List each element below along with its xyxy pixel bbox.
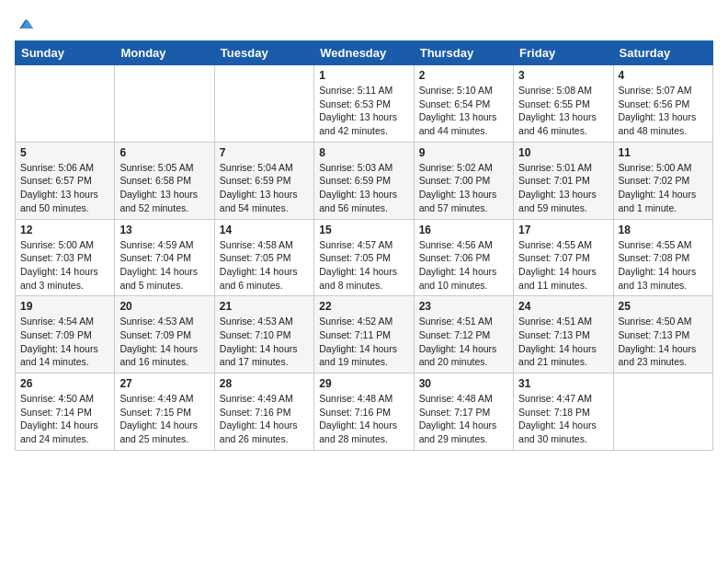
- day-info: Sunrise: 4:51 AM Sunset: 7:12 PM Dayligh…: [419, 315, 508, 369]
- day-info: Sunrise: 4:52 AM Sunset: 7:11 PM Dayligh…: [319, 315, 408, 369]
- day-number: 10: [518, 146, 608, 159]
- calendar-cell: 26Sunrise: 4:50 AM Sunset: 7:14 PM Dayli…: [16, 373, 115, 451]
- day-info: Sunrise: 4:50 AM Sunset: 7:13 PM Dayligh…: [619, 315, 708, 369]
- day-number: 31: [518, 377, 608, 390]
- calendar-header-saturday: Saturday: [613, 41, 712, 65]
- day-info: Sunrise: 4:47 AM Sunset: 7:18 PM Dayligh…: [518, 392, 608, 446]
- day-number: 24: [518, 300, 608, 313]
- calendar-cell: 25Sunrise: 4:50 AM Sunset: 7:13 PM Dayli…: [613, 296, 712, 373]
- day-info: Sunrise: 4:51 AM Sunset: 7:13 PM Dayligh…: [518, 315, 608, 369]
- calendar-cell: 30Sunrise: 4:48 AM Sunset: 7:17 PM Dayli…: [414, 373, 513, 451]
- calendar-week-row: 12Sunrise: 5:00 AM Sunset: 7:03 PM Dayli…: [16, 219, 713, 296]
- day-number: 11: [619, 146, 708, 159]
- day-info: Sunrise: 5:01 AM Sunset: 7:01 PM Dayligh…: [518, 161, 608, 215]
- day-number: 20: [119, 300, 209, 313]
- day-number: 27: [119, 377, 209, 390]
- day-info: Sunrise: 4:58 AM Sunset: 7:05 PM Dayligh…: [220, 238, 309, 293]
- day-info: Sunrise: 5:11 AM Sunset: 6:53 PM Dayligh…: [319, 84, 408, 138]
- day-info: Sunrise: 5:03 AM Sunset: 6:59 PM Dayligh…: [319, 161, 408, 215]
- day-number: 4: [619, 69, 708, 82]
- calendar-cell: 19Sunrise: 4:54 AM Sunset: 7:09 PM Dayli…: [16, 296, 115, 373]
- calendar-header-thursday: Thursday: [414, 41, 513, 65]
- calendar-cell: 4Sunrise: 5:07 AM Sunset: 6:56 PM Daylig…: [613, 65, 712, 143]
- calendar-header-sunday: Sunday: [16, 41, 115, 65]
- day-number: 15: [319, 224, 408, 236]
- calendar-week-row: 19Sunrise: 4:54 AM Sunset: 7:09 PM Dayli…: [16, 296, 713, 373]
- logo: [15, 15, 35, 31]
- page-header: [15, 15, 713, 31]
- calendar-cell: 21Sunrise: 4:53 AM Sunset: 7:10 PM Dayli…: [214, 296, 313, 373]
- calendar-cell: 28Sunrise: 4:49 AM Sunset: 7:16 PM Dayli…: [214, 373, 313, 451]
- day-number: 14: [220, 224, 309, 236]
- calendar-cell: 18Sunrise: 4:55 AM Sunset: 7:08 PM Dayli…: [613, 219, 712, 296]
- day-info: Sunrise: 5:05 AM Sunset: 6:58 PM Dayligh…: [119, 161, 209, 215]
- day-number: 22: [319, 300, 408, 313]
- day-number: 29: [319, 377, 408, 390]
- calendar-cell: 10Sunrise: 5:01 AM Sunset: 7:01 PM Dayli…: [514, 142, 613, 219]
- day-info: Sunrise: 4:55 AM Sunset: 7:08 PM Dayligh…: [619, 238, 708, 293]
- day-info: Sunrise: 4:50 AM Sunset: 7:14 PM Dayligh…: [20, 392, 109, 446]
- calendar-cell: 5Sunrise: 5:06 AM Sunset: 6:57 PM Daylig…: [16, 142, 115, 219]
- day-number: 30: [419, 377, 508, 390]
- calendar-table: SundayMondayTuesdayWednesdayThursdayFrid…: [15, 40, 713, 451]
- day-number: 1: [319, 69, 408, 82]
- day-number: 7: [220, 146, 309, 159]
- calendar-cell: [115, 65, 214, 143]
- logo-icon: [17, 15, 35, 33]
- calendar-header-monday: Monday: [115, 41, 214, 65]
- calendar-cell: 13Sunrise: 4:59 AM Sunset: 7:04 PM Dayli…: [115, 219, 214, 296]
- day-number: 28: [220, 377, 309, 390]
- calendar-cell: 8Sunrise: 5:03 AM Sunset: 6:59 PM Daylig…: [314, 142, 414, 219]
- day-number: 17: [518, 224, 608, 236]
- day-info: Sunrise: 4:49 AM Sunset: 7:16 PM Dayligh…: [220, 392, 309, 446]
- day-number: 13: [119, 224, 209, 236]
- day-info: Sunrise: 4:57 AM Sunset: 7:05 PM Dayligh…: [319, 238, 408, 293]
- day-info: Sunrise: 4:59 AM Sunset: 7:04 PM Dayligh…: [119, 238, 209, 293]
- calendar-header-wednesday: Wednesday: [314, 41, 414, 65]
- calendar-cell: 22Sunrise: 4:52 AM Sunset: 7:11 PM Dayli…: [314, 296, 414, 373]
- calendar-cell: 1Sunrise: 5:11 AM Sunset: 6:53 PM Daylig…: [314, 65, 414, 143]
- calendar-cell: 15Sunrise: 4:57 AM Sunset: 7:05 PM Dayli…: [314, 219, 414, 296]
- calendar-cell: 16Sunrise: 4:56 AM Sunset: 7:06 PM Dayli…: [414, 219, 513, 296]
- day-info: Sunrise: 5:00 AM Sunset: 7:03 PM Dayligh…: [20, 238, 109, 293]
- calendar-cell: 7Sunrise: 5:04 AM Sunset: 6:59 PM Daylig…: [214, 142, 313, 219]
- day-number: 5: [20, 146, 109, 159]
- calendar-cell: 2Sunrise: 5:10 AM Sunset: 6:54 PM Daylig…: [414, 65, 513, 143]
- day-number: 26: [20, 377, 109, 390]
- calendar-week-row: 1Sunrise: 5:11 AM Sunset: 6:53 PM Daylig…: [16, 65, 713, 143]
- day-number: 2: [419, 69, 508, 82]
- day-number: 9: [419, 146, 508, 159]
- calendar-header-row: SundayMondayTuesdayWednesdayThursdayFrid…: [16, 41, 713, 65]
- day-number: 18: [619, 224, 708, 236]
- day-info: Sunrise: 4:53 AM Sunset: 7:09 PM Dayligh…: [119, 315, 209, 369]
- calendar-cell: 27Sunrise: 4:49 AM Sunset: 7:15 PM Dayli…: [115, 373, 214, 451]
- day-number: 12: [20, 224, 109, 236]
- day-number: 6: [119, 146, 209, 159]
- calendar-week-row: 26Sunrise: 4:50 AM Sunset: 7:14 PM Dayli…: [16, 373, 713, 451]
- calendar-cell: 14Sunrise: 4:58 AM Sunset: 7:05 PM Dayli…: [214, 219, 313, 296]
- day-info: Sunrise: 5:08 AM Sunset: 6:55 PM Dayligh…: [518, 84, 608, 138]
- calendar-header-friday: Friday: [514, 41, 613, 65]
- day-number: 23: [419, 300, 508, 313]
- calendar-cell: 31Sunrise: 4:47 AM Sunset: 7:18 PM Dayli…: [514, 373, 613, 451]
- day-info: Sunrise: 5:10 AM Sunset: 6:54 PM Dayligh…: [419, 84, 508, 138]
- day-info: Sunrise: 5:07 AM Sunset: 6:56 PM Dayligh…: [619, 84, 708, 138]
- day-number: 19: [20, 300, 109, 313]
- day-info: Sunrise: 4:49 AM Sunset: 7:15 PM Dayligh…: [119, 392, 209, 446]
- day-info: Sunrise: 5:02 AM Sunset: 7:00 PM Dayligh…: [419, 161, 508, 215]
- calendar-cell: 17Sunrise: 4:55 AM Sunset: 7:07 PM Dayli…: [514, 219, 613, 296]
- day-number: 3: [518, 69, 608, 82]
- calendar-cell: 9Sunrise: 5:02 AM Sunset: 7:00 PM Daylig…: [414, 142, 513, 219]
- calendar-cell: 29Sunrise: 4:48 AM Sunset: 7:16 PM Dayli…: [314, 373, 414, 451]
- day-info: Sunrise: 4:55 AM Sunset: 7:07 PM Dayligh…: [518, 238, 608, 293]
- day-info: Sunrise: 4:54 AM Sunset: 7:09 PM Dayligh…: [20, 315, 109, 369]
- calendar-cell: 6Sunrise: 5:05 AM Sunset: 6:58 PM Daylig…: [115, 142, 214, 219]
- day-info: Sunrise: 5:06 AM Sunset: 6:57 PM Dayligh…: [20, 161, 109, 215]
- day-info: Sunrise: 4:56 AM Sunset: 7:06 PM Dayligh…: [419, 238, 508, 293]
- calendar-cell: 24Sunrise: 4:51 AM Sunset: 7:13 PM Dayli…: [514, 296, 613, 373]
- calendar-cell: 23Sunrise: 4:51 AM Sunset: 7:12 PM Dayli…: [414, 296, 513, 373]
- day-info: Sunrise: 5:00 AM Sunset: 7:02 PM Dayligh…: [619, 161, 708, 215]
- calendar-header-tuesday: Tuesday: [214, 41, 313, 65]
- calendar-cell: 12Sunrise: 5:00 AM Sunset: 7:03 PM Dayli…: [16, 219, 115, 296]
- calendar-cell: 11Sunrise: 5:00 AM Sunset: 7:02 PM Dayli…: [613, 142, 712, 219]
